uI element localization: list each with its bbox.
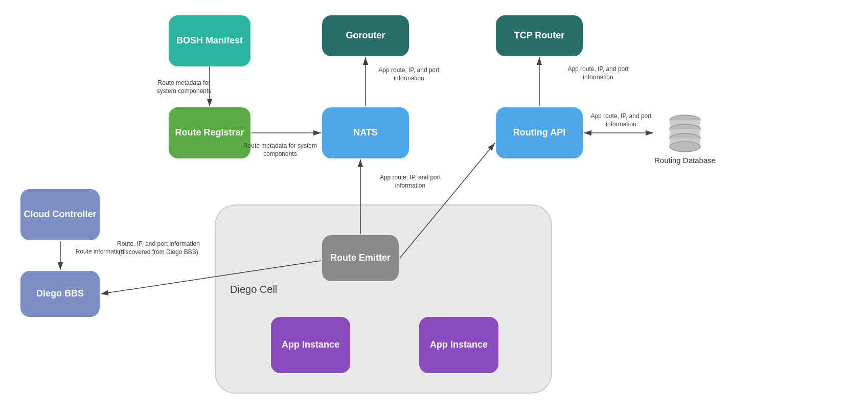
app-instance-1-node: App Instance	[271, 317, 350, 373]
bosh-manifest-node: BOSH Manifest	[169, 15, 250, 66]
gorouter-node: Gorouter	[322, 15, 409, 56]
app-instance-2-node: App Instance	[419, 317, 498, 373]
route-registrar-node: Route Registrar	[169, 107, 250, 158]
label-routing-api-db: App route, IP, and port information	[588, 112, 654, 128]
nats-node: NATS	[322, 107, 409, 158]
label-bosh-to-registrar: Route metadata for system components	[151, 79, 217, 95]
route-emitter-node: Route Emitter	[322, 235, 399, 281]
routing-database-label: Routing Database	[654, 156, 716, 165]
diagram-container: Diego Cell BOSH Manifest	[0, 0, 868, 413]
label-routing-api-tcp: App route, IP, and port information	[557, 65, 639, 81]
label-route-emitter-diego-bbs: Route, IP, and port information (discove…	[112, 240, 204, 256]
label-registrar-to-nats: Route metadata for system components	[239, 142, 321, 158]
routing-api-node: Routing API	[496, 107, 583, 158]
diego-cell-container	[215, 204, 552, 394]
tcp-router-node: TCP Router	[496, 15, 583, 56]
database-icon	[667, 112, 703, 153]
label-route-emitter-nats: App route, IP, and port information	[368, 174, 452, 190]
cloud-controller-node: Cloud Controller	[20, 189, 100, 240]
svg-point-17	[670, 142, 700, 152]
diego-cell-label: Diego Cell	[230, 284, 277, 295]
diego-bbs-node: Diego BBS	[20, 271, 100, 317]
routing-database-node: Routing Database	[654, 112, 716, 165]
label-nats-to-gorouter: App route, IP, and port information	[368, 66, 450, 82]
